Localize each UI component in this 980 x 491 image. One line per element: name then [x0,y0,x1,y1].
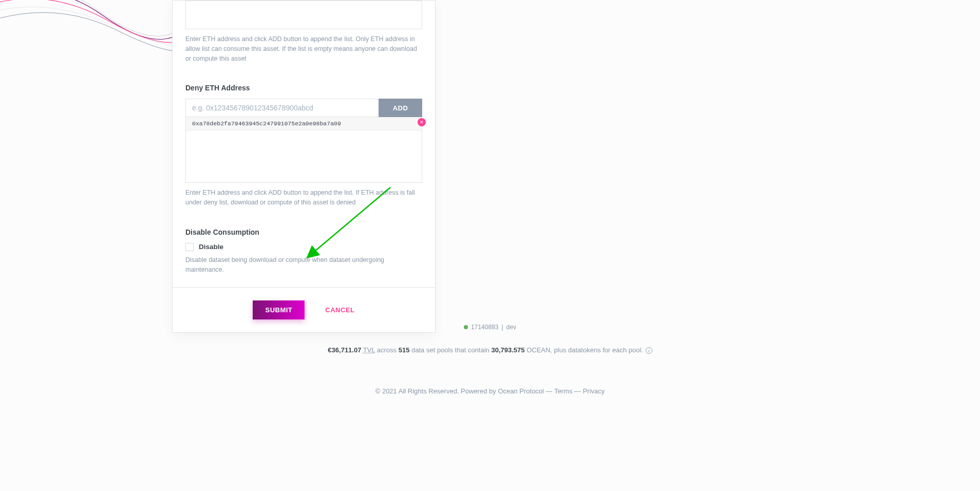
allow-address-list [185,1,422,29]
status-indicator-icon [464,325,468,329]
tvl-value: €36,711.07 [328,346,361,354]
disable-checkbox-label[interactable]: Disable [199,243,223,251]
block-status-row: 17140893 | dev [464,324,516,331]
dash-separator: — [574,387,583,395]
page-footer: 17140893 | dev €36,711.07 TVL across 515… [0,324,980,395]
stats-row: €36,711.07 TVL across 515 data set pools… [328,346,652,354]
cancel-button[interactable]: CANCEL [325,306,354,314]
block-number: 17140893 [471,324,498,331]
submit-button[interactable]: SUBMIT [253,300,305,319]
deny-address-list: 0xa78deb2fa79463945c247991075e2a0e98ba7a… [185,117,422,183]
stats-text: OCEAN, plus datatokens for each pool. [526,346,645,354]
stats-text: data set pools that contain [411,346,491,354]
deny-address-input[interactable] [185,99,379,117]
ocean-protocol-link[interactable]: Ocean Protocol [498,387,544,395]
deny-help-text: Enter ETH address and click ADD button t… [185,188,422,207]
copyright-text: © 2021 All Rights Reserved. Powered by [375,387,498,395]
settings-form-card: Enter ETH address and click ADD button t… [172,0,436,333]
disable-section-label: Disable Consumption [185,228,422,236]
add-deny-button[interactable]: ADD [379,99,422,117]
privacy-link[interactable]: Privacy [583,387,605,395]
address-value: 0xa78deb2fa79463945c247991075e2a0e98ba7a… [192,120,341,127]
allow-help-text: Enter ETH address and click ADD button t… [185,34,422,63]
stats-text: across [377,346,399,354]
close-icon: ✕ [420,120,424,125]
terms-link[interactable]: Terms [554,387,572,395]
copyright-row: © 2021 All Rights Reserved. Powered by O… [375,387,605,395]
divider: | [501,324,503,331]
decorative-waves [0,0,175,72]
info-icon[interactable]: i [646,347,652,354]
remove-address-button[interactable]: ✕ [418,118,426,126]
dash-separator: — [546,387,554,395]
tvl-label: TVL [363,346,375,354]
deny-section-label: Deny ETH Address [185,84,422,92]
address-row: 0xa78deb2fa79463945c247991075e2a0e98ba7a… [186,117,422,130]
disable-help-text: Disable dataset being download or comput… [185,255,422,275]
ocean-count: 30,793.575 [491,346,524,354]
disable-checkbox[interactable] [185,243,194,251]
env-label: dev [506,324,516,331]
pools-count: 515 [399,346,410,354]
